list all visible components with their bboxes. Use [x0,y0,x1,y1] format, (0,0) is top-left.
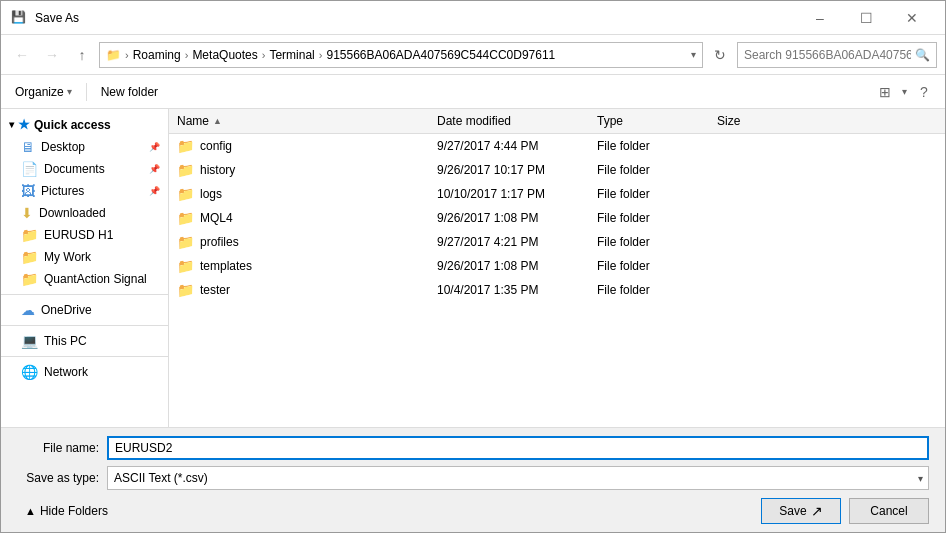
breadcrumb-folder-icon: 📁 [106,48,121,62]
search-input[interactable] [744,48,911,62]
file-list: Name ▲ Date modified Type Size 📁 config … [169,109,945,427]
close-button[interactable]: ✕ [889,5,935,31]
filetype-label: Save as type: [17,471,107,485]
file-size [709,167,789,173]
mywork-label: My Work [44,250,91,264]
star-icon: ★ [18,117,30,132]
breadcrumb-id: 915566BA06ADA407569C544CC0D97611 [326,48,555,62]
cancel-button[interactable]: Cancel [849,498,929,524]
col-name-label: Name [177,114,209,128]
up-button[interactable]: ↑ [69,42,95,68]
file-name: 📁 history [169,159,429,181]
window-icon: 💾 [11,10,27,26]
file-date: 10/4/2017 1:35 PM [429,280,589,300]
organize-dropdown-icon: ▾ [67,86,72,97]
filename-row: File name: [17,436,929,460]
filename-input[interactable] [107,436,929,460]
eurusd-folder-icon: 📁 [21,227,38,243]
refresh-button[interactable]: ↻ [707,42,733,68]
sort-arrow-icon: ▲ [213,116,222,126]
network-icon: 🌐 [21,364,38,380]
toolbar: Organize ▾ New folder ⊞ ▾ ? [1,75,945,109]
file-type: File folder [589,208,709,228]
col-size-label: Size [717,114,740,128]
table-row[interactable]: 📁 config 9/27/2017 4:44 PM File folder [169,134,945,158]
organize-button[interactable]: Organize ▾ [9,82,78,102]
table-row[interactable]: 📁 tester 10/4/2017 1:35 PM File folder [169,278,945,302]
folder-icon: 📁 [177,210,194,226]
file-name: 📁 MQL4 [169,207,429,229]
file-rows-container: 📁 config 9/27/2017 4:44 PM File folder 📁… [169,134,945,302]
new-folder-button[interactable]: New folder [95,82,164,102]
file-name: 📁 profiles [169,231,429,253]
title-bar-left: 💾 Save As [11,10,79,26]
table-row[interactable]: 📁 logs 10/10/2017 1:17 PM File folder [169,182,945,206]
file-list-header: Name ▲ Date modified Type Size [169,109,945,134]
documents-icon: 📄 [21,161,38,177]
quick-access-header[interactable]: ▾ ★ Quick access [1,113,168,136]
sidebar: ▾ ★ Quick access 🖥 Desktop 📌 📄 Documents… [1,109,169,427]
file-date: 9/26/2017 1:08 PM [429,208,589,228]
sidebar-item-desktop[interactable]: 🖥 Desktop 📌 [1,136,168,158]
view-dropdown-icon: ▾ [902,86,907,97]
downloaded-folder-icon: ⬇ [21,205,33,221]
forward-button[interactable]: → [39,42,65,68]
quantaction-label: QuantAction Signal [44,272,147,286]
quick-access-label: Quick access [34,118,111,132]
window-title: Save As [35,11,79,25]
help-button[interactable]: ? [911,79,937,105]
hide-folders-row[interactable]: ▲ Hide Folders [17,500,116,522]
file-date: 9/26/2017 10:17 PM [429,160,589,180]
col-header-type[interactable]: Type [589,111,709,131]
folder-icon: 📁 [177,186,194,202]
folder-icon: 📁 [177,258,194,274]
file-size [709,143,789,149]
sidebar-item-pictures[interactable]: 🖼 Pictures 📌 [1,180,168,202]
documents-label: Documents [44,162,105,176]
breadcrumb[interactable]: 📁 › Roaming › MetaQuotes › Terminal › 91… [99,42,703,68]
col-header-size[interactable]: Size [709,111,789,131]
onedrive-icon: ☁ [21,302,35,318]
organize-label: Organize [15,85,64,99]
table-row[interactable]: 📁 history 9/26/2017 10:17 PM File folder [169,158,945,182]
maximize-button[interactable]: ☐ [843,5,889,31]
file-date: 10/10/2017 1:17 PM [429,184,589,204]
sidebar-item-eurusd[interactable]: 📁 EURUSD H1 [1,224,168,246]
table-row[interactable]: 📁 templates 9/26/2017 1:08 PM File folde… [169,254,945,278]
filetype-select[interactable]: ASCII Text (*.csv)CSV (*.csv)Text (*.txt… [107,466,929,490]
save-button[interactable]: Save ↗ [761,498,841,524]
sidebar-item-quantaction[interactable]: 📁 QuantAction Signal [1,268,168,290]
folder-icon: 📁 [177,138,194,154]
file-date: 9/27/2017 4:44 PM [429,136,589,156]
bottom-area: File name: Save as type: ASCII Text (*.c… [1,427,945,532]
eurusd-label: EURUSD H1 [44,228,113,242]
file-size [709,191,789,197]
breadcrumb-dropdown-icon: ▾ [691,49,696,60]
table-row[interactable]: 📁 MQL4 9/26/2017 1:08 PM File folder [169,206,945,230]
sidebar-item-documents[interactable]: 📄 Documents 📌 [1,158,168,180]
folder-icon: 📁 [177,234,194,250]
sidebar-separator-1 [1,294,168,295]
nav-bar: ← → ↑ 📁 › Roaming › MetaQuotes › Termina… [1,35,945,75]
file-date: 9/27/2017 4:21 PM [429,232,589,252]
sidebar-item-network[interactable]: 🌐 Network [1,361,168,383]
pin-icon-documents: 📌 [149,164,160,174]
desktop-icon: 🖥 [21,139,35,155]
col-header-date[interactable]: Date modified [429,111,589,131]
pictures-icon: 🖼 [21,183,35,199]
breadcrumb-roaming: Roaming [133,48,181,62]
sidebar-item-onedrive[interactable]: ☁ OneDrive [1,299,168,321]
minimize-button[interactable]: – [797,5,843,31]
file-size [709,239,789,245]
sidebar-item-mywork[interactable]: 📁 My Work [1,246,168,268]
sidebar-item-thispc[interactable]: 💻 This PC [1,330,168,352]
sidebar-item-downloaded[interactable]: ⬇ Downloaded [1,202,168,224]
file-type: File folder [589,280,709,300]
col-header-name[interactable]: Name ▲ [169,111,429,131]
back-button[interactable]: ← [9,42,35,68]
file-type: File folder [589,136,709,156]
table-row[interactable]: 📁 profiles 9/27/2017 4:21 PM File folder [169,230,945,254]
network-label: Network [44,365,88,379]
view-button[interactable]: ⊞ [872,79,898,105]
new-folder-label: New folder [101,85,158,99]
